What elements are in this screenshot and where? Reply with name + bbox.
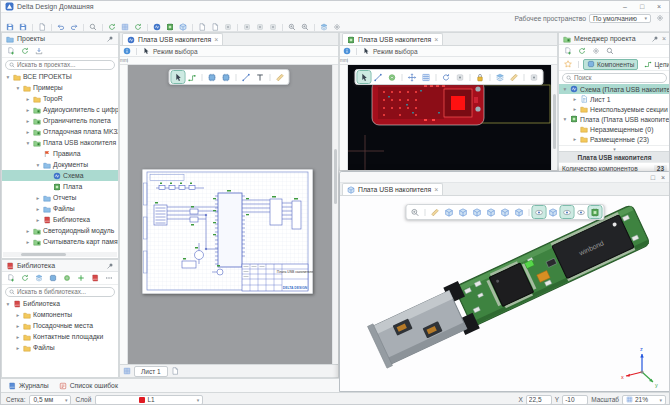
- net-button[interactable]: [186, 71, 199, 83]
- redo-button[interactable]: [68, 23, 80, 32]
- tree-item[interactable]: ▾ Схема (Плата USB накопителя): [559, 84, 670, 94]
- undo-button[interactable]: [55, 23, 67, 32]
- schematic-view-button[interactable]: [151, 23, 163, 32]
- tree-item[interactable]: ▸ Отчеты: [2, 192, 118, 203]
- zoom-out-button[interactable]: [299, 23, 311, 32]
- delete-button[interactable]: [222, 23, 234, 32]
- projects-search-input[interactable]: [17, 61, 111, 68]
- add-sheet-icon[interactable]: [171, 367, 179, 375]
- expander[interactable]: ▾: [562, 86, 568, 92]
- tree-item[interactable]: Правила: [2, 148, 118, 159]
- view-front-button[interactable]: [443, 206, 456, 218]
- align-right-button[interactable]: [267, 23, 279, 32]
- tree-item[interactable]: ▸ Лист 1: [559, 94, 670, 104]
- menu-item[interactable]: [4, 13, 14, 23]
- sheets-icon[interactable]: [123, 367, 131, 375]
- tree-item[interactable]: Неразмещенные (0): [559, 124, 670, 134]
- view-back-button[interactable]: [457, 206, 470, 218]
- close-button[interactable]: ×: [651, 2, 667, 12]
- tree-item[interactable]: ▸ Файлы: [2, 203, 118, 214]
- via-button[interactable]: [385, 71, 398, 83]
- view-grid-button[interactable]: [119, 23, 131, 32]
- tab-components[interactable]: Компоненты: [583, 59, 638, 70]
- vertical-scrollbar[interactable]: [332, 65, 338, 364]
- grid-select[interactable]: 0,5 мм▾: [29, 395, 71, 405]
- expander[interactable]: ▸: [25, 107, 31, 113]
- view-grid-button[interactable]: [419, 71, 432, 83]
- save-button[interactable]: [4, 23, 16, 32]
- export-button[interactable]: [36, 23, 48, 32]
- tree-item[interactable]: ▸ TopoR: [2, 93, 118, 104]
- pcb-canvas[interactable]: [340, 65, 557, 170]
- expander[interactable]: ▸: [15, 334, 21, 340]
- viewer3d-tab[interactable]: Плата USB накопителя ×: [342, 183, 443, 195]
- view-top-button[interactable]: [499, 206, 512, 218]
- 3d-view-button[interactable]: [177, 23, 189, 32]
- close-icon[interactable]: ×: [662, 35, 666, 42]
- tree-item[interactable]: ▾ Документы: [2, 159, 118, 170]
- sheet-tab[interactable]: Лист 1: [134, 366, 168, 377]
- route-button[interactable]: [371, 71, 384, 83]
- paste-button[interactable]: [209, 23, 221, 32]
- symbol-button[interactable]: [206, 71, 219, 83]
- tree-item[interactable]: ▾ Плата USB накопителя: [2, 137, 118, 148]
- rotate-button[interactable]: [439, 71, 452, 83]
- tree-item[interactable]: ▸ Размещенные (23): [559, 134, 670, 144]
- bus-button[interactable]: [240, 71, 253, 83]
- projects-search[interactable]: [5, 60, 115, 70]
- vertical-scrollbar[interactable]: [551, 65, 557, 170]
- align-left-button[interactable]: [241, 23, 253, 32]
- measure-button[interactable]: [507, 71, 520, 83]
- expander[interactable]: ▸: [572, 106, 578, 112]
- close-icon[interactable]: ×: [434, 36, 438, 43]
- pcb-tab[interactable]: Плата USB накопителя ×: [342, 33, 443, 45]
- sync-button[interactable]: [106, 23, 118, 32]
- settings-button[interactable]: [331, 23, 343, 32]
- expander[interactable]: ▸: [572, 96, 578, 102]
- expander[interactable]: ▾: [25, 140, 31, 146]
- tree-item[interactable]: ▾ Плата (Плата USB накопителя): [559, 114, 670, 124]
- expander[interactable]: ▸: [15, 345, 21, 351]
- shaded-view-button[interactable]: [533, 206, 546, 218]
- schematic-tab[interactable]: Плата USB накопителя ×: [122, 33, 223, 45]
- usb-drive-3d[interactable]: winbond: [340, 196, 670, 391]
- close-button[interactable]: ×: [661, 174, 665, 181]
- tree-item[interactable]: ▸ Библиотека: [2, 214, 118, 225]
- expander[interactable]: ▸: [35, 206, 41, 212]
- camera-view-button[interactable]: [575, 206, 588, 218]
- lock-button[interactable]: [473, 71, 486, 83]
- expander[interactable]: ▸: [35, 195, 41, 201]
- close-icon[interactable]: ×: [214, 36, 218, 43]
- pin-icon[interactable]: [106, 262, 114, 270]
- expander[interactable]: ▸: [15, 323, 21, 329]
- more-button[interactable]: [103, 274, 115, 283]
- minimize-button[interactable]: –: [617, 2, 633, 12]
- expander[interactable]: ▸: [15, 312, 21, 318]
- expander[interactable]: ▸: [35, 217, 41, 223]
- tree-item[interactable]: ▸ Ограничитель полета: [2, 115, 118, 126]
- settings-button[interactable]: [590, 47, 602, 56]
- mirror-button[interactable]: [453, 71, 466, 83]
- tree-item[interactable]: ▸ Посадочные места: [2, 320, 118, 331]
- horizontal-scrollbar[interactable]: [3, 252, 117, 257]
- expander[interactable]: ▸: [572, 136, 578, 142]
- new-project-button[interactable]: [5, 47, 17, 56]
- bottom-tab[interactable]: Журналы: [5, 380, 52, 392]
- menu-item[interactable]: [34, 13, 44, 23]
- refresh-button[interactable]: [576, 47, 588, 56]
- part-button[interactable]: [220, 71, 233, 83]
- tree-item[interactable]: ▸ Файлы: [2, 342, 118, 353]
- menu-item[interactable]: [74, 13, 84, 23]
- x-coordinate-input[interactable]: [526, 395, 552, 405]
- pm-search-input[interactable]: [574, 74, 663, 81]
- tree-item[interactable]: ▾ Библиотека: [2, 298, 118, 309]
- footprint-button[interactable]: [61, 274, 73, 283]
- tree-item[interactable]: ▸ Компоненты: [2, 309, 118, 320]
- menu-item[interactable]: [44, 13, 54, 23]
- tree-item[interactable]: ▸ Контактные площадки: [2, 331, 118, 342]
- tree-item[interactable]: ▾ ВСЕ ПРОЕКТЫ: [2, 71, 118, 82]
- move-button[interactable]: [405, 71, 418, 83]
- measure-button[interactable]: [429, 206, 442, 218]
- new-library-button[interactable]: [5, 274, 17, 283]
- align-middle-button[interactable]: [254, 23, 266, 32]
